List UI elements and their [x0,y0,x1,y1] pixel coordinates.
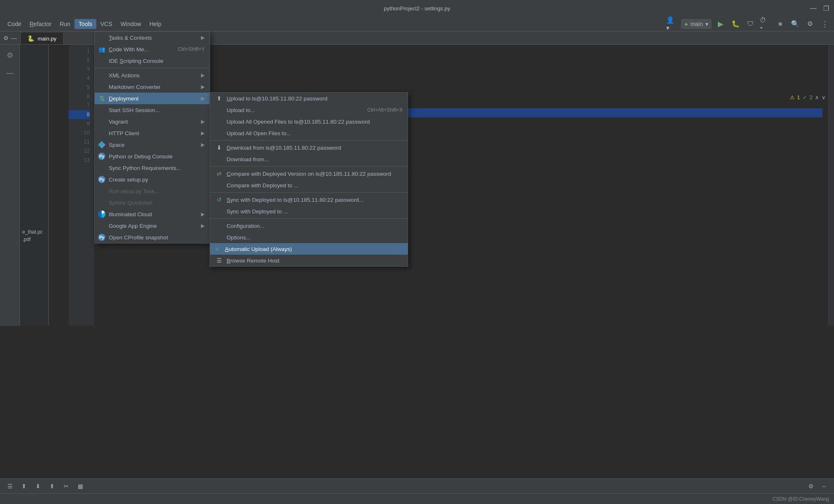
run-setup-icon [98,187,105,195]
create-setup-icon: Py [98,176,105,183]
settings-button[interactable]: ⚙ [804,18,816,30]
menu-item-http-client[interactable]: HTTP Client ▶ [95,127,210,139]
submenu-configuration[interactable]: Configuration... [210,220,408,232]
tasks-arrow: ▶ [201,35,205,41]
tools-dropdown: Tasks & Contexts ▶ 👥 Code With Me... Ctr… [94,31,210,244]
google-app-arrow: ▶ [201,223,205,229]
google-app-icon [98,222,105,229]
menu-refactor[interactable]: Refactor [25,19,55,29]
menu-item-vagrant[interactable]: Vagrant ▶ [95,116,210,127]
menu-help[interactable]: Help [145,19,165,29]
submenu-download-from-server[interactable]: ⬇ Download from ls@10.185.11.80:22 passw… [210,142,408,153]
submenu-compare-deployed-to[interactable]: Compare with Deployed to ... [210,179,408,191]
upload-to-shortcut: Ctrl+Alt+Shift+X [367,107,403,113]
submenu-sync-deployed-to[interactable]: Sync with Deployed to ... [210,205,408,217]
coverage-button[interactable]: ⏱ ▾ [760,18,771,30]
menu-item-space[interactable]: Space ▶ [95,139,210,150]
menu-item-create-setup[interactable]: Py Create setup.py [95,174,210,185]
space-icon [98,141,105,148]
submenu-upload-all-open[interactable]: Upload All Open Files to... [210,127,408,139]
menu-vcs[interactable]: VCS [96,19,117,29]
ssh-label: Start SSH Session... [109,107,160,113]
ssh-icon [98,106,105,114]
user-icon[interactable]: 👤 ▾ [666,18,678,30]
sync-deployed-icon: ↺ [215,196,223,203]
menu-item-illuminated-cloud[interactable]: Illuminated Cloud ▶ [95,208,210,220]
xml-arrow: ▶ [201,72,205,78]
http-arrow: ▶ [201,130,205,136]
menu-item-cprofile[interactable]: Py Open CProfile snapshot [95,232,210,243]
submenu-download-from[interactable]: Download from... [210,153,408,165]
sync-deployed-to-label: Sync with Deployed to ... [227,208,288,215]
download-server-icon: ⬇ [215,144,223,151]
create-setup-label: Create setup.py [109,177,148,183]
profile-button[interactable]: 🛡 [745,18,756,30]
ide-scripting-icon [98,57,105,64]
cprofile-label: Open CProfile snapshot [109,234,168,241]
run-setup-label: Run setup.py Task... [109,188,159,194]
sync-req-icon [98,164,105,172]
submenu-sep-2 [210,166,408,167]
vagrant-arrow: ▶ [201,119,205,124]
menu-tools[interactable]: Tools [74,19,96,29]
menu-item-markdown[interactable]: Markdown Converter ▶ [95,81,210,93]
menu-item-xml-actions[interactable]: XML Actions ▶ [95,69,210,81]
vagrant-icon [98,118,105,125]
menu-item-google-app-engine[interactable]: Google App Engine ▶ [95,220,210,232]
submenu-browse-remote[interactable]: ☰ Browse Remote Host [210,255,408,266]
menu-bar: Code Refactor Run Tools VCS Window Help … [0,17,834,31]
submenu-options[interactable]: Options... [210,232,408,243]
illuminated-cloud-arrow: ▶ [201,211,205,217]
deployment-submenu: ⬆ Upload to ls@10.185.11.80:22 password … [210,92,408,267]
compare-deployed-icon: ⇄ [215,170,223,177]
menu-item-codewithme[interactable]: 👥 Code With Me... Ctrl+Shift+Y [95,43,210,55]
menu-code[interactable]: Code [3,19,25,29]
sync-req-label: Sync Python Requirements... [109,165,181,171]
compare-deployed-to-label: Compare with Deployed to ... [227,182,299,189]
browse-remote-icon: ☰ [215,257,223,264]
sphinx-icon [98,199,105,206]
upload-all-open-label: Upload All Open Files to... [227,130,291,136]
upload-server-icon: ⬆ [215,95,223,102]
tasks-label: Tasks & Contexts [109,35,152,41]
tasks-icon [98,34,105,41]
upload-server-label: Upload to ls@10.185.11.80:22 password [227,96,327,102]
branch-selector[interactable]: ● main ▾ [681,19,712,29]
debug-button[interactable]: 🐛 [730,18,741,30]
ide-scripting-label: IDE Scripting Console [109,58,163,64]
submenu-upload-all-opened[interactable]: Upload All Opened Files to ls@10.185.11.… [210,116,408,127]
google-app-label: Google App Engine [109,223,157,229]
xml-icon [98,72,105,79]
submenu-sep-4 [210,218,408,219]
menu-item-sphinx: Sphinx Quickstart [95,197,210,208]
options-label: Options... [227,234,251,241]
codewithme-label: Code With Me... [109,46,149,53]
menu-item-deployment[interactable]: ⇅ Deployment ▶ ⬆ Upload to ls@10.185.11.… [95,93,210,104]
submenu-auto-upload[interactable]: ✓ Automatic Upload (Always) [210,243,408,255]
illuminated-cloud-icon [98,210,105,218]
search-button[interactable]: 🔍 [789,18,801,30]
run-button[interactable]: ▶ [715,18,726,30]
menu-item-python-console[interactable]: Py Python or Debug Console [95,150,210,162]
deployment-icon: ⇅ [98,95,105,102]
sync-deployed-label: Sync with Deployed to ls@10.185.11.80:22… [227,197,363,203]
submenu-upload-to-server[interactable]: ⬆ Upload to ls@10.185.11.80:22 password [210,93,408,104]
menu-item-ssh[interactable]: Start SSH Session... [95,104,210,116]
more-options-button[interactable]: ⋮ [819,18,831,30]
submenu-sep-1 [210,140,408,141]
http-icon [98,129,105,137]
submenu-compare-deployed[interactable]: ⇄ Compare with Deployed Version on ls@10… [210,168,408,179]
menu-window[interactable]: Window [117,19,146,29]
markdown-label: Markdown Converter [109,84,160,90]
menu-item-sync-requirements[interactable]: Sync Python Requirements... [95,162,210,174]
submenu-sync-deployed[interactable]: ↺ Sync with Deployed to ls@10.185.11.80:… [210,194,408,205]
auto-upload-label: Automatic Upload (Always) [225,246,292,252]
menu-item-tasks[interactable]: Tasks & Contexts ▶ [95,32,210,43]
codewithme-shortcut: Ctrl+Shift+Y [178,46,205,52]
codewithme-icon: 👥 [98,45,105,53]
stop-button[interactable]: ■ [774,18,786,30]
submenu-upload-to[interactable]: Upload to... Ctrl+Alt+Shift+X [210,104,408,116]
menu-run[interactable]: Run [55,19,74,29]
menu-item-ide-scripting[interactable]: IDE Scripting Console [95,55,210,67]
branch-name: main [691,21,703,27]
